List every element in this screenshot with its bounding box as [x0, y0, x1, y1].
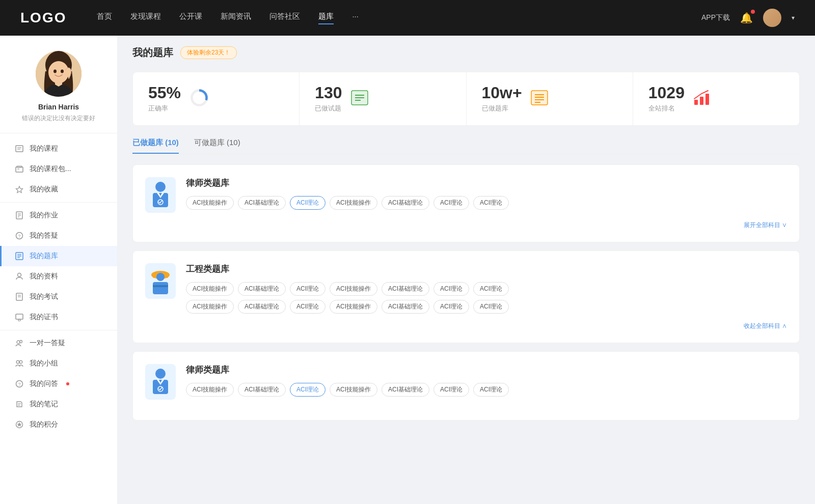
qb-card-1: 律师类题库 ACI技能操作 ACI基础理论 ACI理论 ACI技能操作 ACI基…	[132, 164, 800, 242]
stat-accuracy-label: 正确率	[148, 104, 181, 113]
svg-point-57	[155, 182, 166, 192]
tag-3-6[interactable]: ACI理论	[433, 383, 469, 397]
tag-2-13[interactable]: ACI理论	[433, 300, 469, 314]
qb-card-2-header: 工程类题库 ACI技能操作 ACI基础理论 ACI理论 ACI技能操作 ACI基…	[145, 263, 787, 314]
nav-open-course[interactable]: 公开课	[179, 12, 202, 24]
tag-1-5[interactable]: ACI基础理论	[382, 196, 429, 210]
tag-2-3[interactable]: ACI理论	[290, 282, 325, 296]
nav-discover[interactable]: 发现课程	[130, 12, 161, 24]
tag-2-6[interactable]: ACI理论	[433, 282, 469, 296]
tag-3-2[interactable]: ACI基础理论	[238, 383, 286, 397]
stats-row: 55% 正确率 130 已做试题	[132, 72, 800, 126]
done-questions-icon	[350, 89, 369, 109]
profile-data-icon	[15, 272, 23, 281]
bell-icon: 🔔	[740, 12, 753, 23]
stat-rank-value: 1029	[648, 85, 685, 101]
course-pack-icon	[15, 165, 23, 173]
nav-more[interactable]: ···	[352, 12, 359, 24]
tag-2-7[interactable]: ACI理论	[473, 282, 509, 296]
profile-avatar[interactable]	[36, 51, 82, 97]
sidebar-item-course[interactable]: 我的课程	[0, 138, 117, 159]
tag-3-5[interactable]: ACI基础理论	[382, 383, 429, 397]
qb-header: 我的题库 体验剩余23天！	[132, 46, 800, 60]
tag-1-7[interactable]: ACI理论	[473, 196, 509, 210]
nav-qa[interactable]: 问答社区	[269, 12, 300, 24]
sidebar-divider-2	[0, 330, 117, 330]
sidebar-label-course: 我的课程	[30, 144, 58, 153]
tag-3-3[interactable]: ACI理论	[290, 383, 325, 397]
tag-1-2[interactable]: ACI基础理论	[238, 196, 286, 210]
points-icon	[15, 421, 23, 429]
svg-point-33	[16, 360, 19, 363]
one-on-one-icon	[15, 339, 23, 347]
question-bank-icon	[15, 252, 23, 260]
app-download-link[interactable]: APP下载	[701, 13, 730, 22]
svg-point-24	[18, 273, 21, 277]
tag-2-11[interactable]: ACI技能操作	[330, 300, 377, 314]
tag-2-14[interactable]: ACI理论	[473, 300, 509, 314]
sidebar-item-homework[interactable]: 我的作业	[0, 205, 117, 226]
sidebar-item-course-pack[interactable]: 我的课程包...	[0, 159, 117, 179]
sidebar-item-points[interactable]: 我的积分	[0, 414, 117, 435]
tag-2-5[interactable]: ACI基础理论	[382, 282, 429, 296]
svg-text:?: ?	[18, 234, 20, 239]
qb-card-3: 律师类题库 ACI技能操作 ACI基础理论 ACI理论 ACI技能操作 ACI基…	[132, 351, 800, 421]
trial-badge: 体验剩余23天！	[180, 46, 237, 59]
tab-available-banks[interactable]: 可做题库 (10)	[194, 138, 240, 154]
tab-done-banks[interactable]: 已做题库 (10)	[132, 138, 179, 154]
nav-menu: 首页 发现课程 公开课 新闻资讯 问答社区 题库 ···	[97, 12, 701, 24]
qb-card-3-header: 律师类题库 ACI技能操作 ACI基础理论 ACI理论 ACI技能操作 ACI基…	[145, 364, 787, 400]
nav-news[interactable]: 新闻资讯	[221, 12, 251, 24]
tag-3-1[interactable]: ACI技能操作	[186, 383, 234, 397]
sidebar-item-exam[interactable]: 我的考试	[0, 287, 117, 307]
nav-home[interactable]: 首页	[97, 12, 112, 24]
tag-2-1[interactable]: ACI技能操作	[186, 282, 234, 296]
sidebar-label-my-questions: 我的问答	[30, 379, 58, 388]
navbar-right: APP下载 🔔 ▾	[701, 9, 795, 27]
tag-3-4[interactable]: ACI技能操作	[330, 383, 377, 397]
svg-point-3	[48, 61, 69, 83]
lawyer-icon	[148, 180, 173, 210]
tag-2-12[interactable]: ACI基础理论	[382, 300, 429, 314]
tag-2-2[interactable]: ACI基础理论	[238, 282, 286, 296]
tag-1-3[interactable]: ACI理论	[290, 196, 325, 210]
navbar: LOGO 首页 发现课程 公开课 新闻资讯 问答社区 题库 ··· APP下载 …	[0, 0, 815, 36]
notification-bell[interactable]: 🔔	[740, 12, 753, 24]
sidebar-item-profile-data[interactable]: 我的资料	[0, 266, 117, 287]
tag-2-9[interactable]: ACI基础理论	[238, 300, 286, 314]
tag-2-10[interactable]: ACI理论	[290, 300, 325, 314]
sidebar-label-certificate: 我的证书	[30, 313, 58, 322]
collapse-link-2[interactable]: 收起全部科目 ∧	[145, 322, 787, 330]
sidebar-label-one-on-one: 一对一答疑	[30, 339, 65, 348]
sidebar-menu: 我的课程 我的课程包... 我的收藏	[0, 133, 117, 440]
done-banks-icon	[530, 89, 549, 109]
expand-link-1[interactable]: 展开全部科目 ∨	[145, 221, 787, 230]
sidebar-item-my-questions[interactable]: ? 我的问答	[0, 374, 117, 394]
stat-rank-label: 全站排名	[648, 104, 685, 113]
qb-card-2-icon-wrap	[145, 263, 176, 299]
tag-1-1[interactable]: ACI技能操作	[186, 196, 234, 210]
qa-icon: ?	[15, 232, 23, 240]
tag-2-4[interactable]: ACI技能操作	[330, 282, 377, 296]
sidebar-item-group[interactable]: 我的小组	[0, 353, 117, 374]
stat-done-banks-label: 已做题库	[482, 104, 522, 113]
tag-1-6[interactable]: ACI理论	[433, 196, 469, 210]
logo: LOGO	[20, 10, 66, 26]
sidebar-label-exam: 我的考试	[30, 292, 58, 301]
tag-1-4[interactable]: ACI技能操作	[330, 196, 377, 210]
avatar[interactable]	[763, 9, 781, 27]
avatar-chevron-icon[interactable]: ▾	[792, 14, 795, 21]
sidebar-item-favorites[interactable]: 我的收藏	[0, 179, 117, 200]
sidebar-item-qa[interactable]: ? 我的答疑	[0, 226, 117, 246]
sidebar-divider-1	[0, 202, 117, 203]
sidebar-item-one-on-one[interactable]: 一对一答疑	[0, 333, 117, 353]
sidebar-item-certificate[interactable]: 我的证书	[0, 307, 117, 327]
stat-accuracy: 55% 正确率	[133, 72, 300, 125]
sidebar-item-question-bank[interactable]: 我的题库	[0, 246, 117, 266]
tag-2-8[interactable]: ACI技能操作	[186, 300, 234, 314]
sidebar-item-notes[interactable]: 我的笔记	[0, 394, 117, 414]
svg-point-34	[19, 360, 22, 363]
tag-3-7[interactable]: ACI理论	[473, 383, 509, 397]
lawyer-icon-3	[148, 367, 173, 397]
nav-question-bank[interactable]: 题库	[318, 12, 334, 24]
